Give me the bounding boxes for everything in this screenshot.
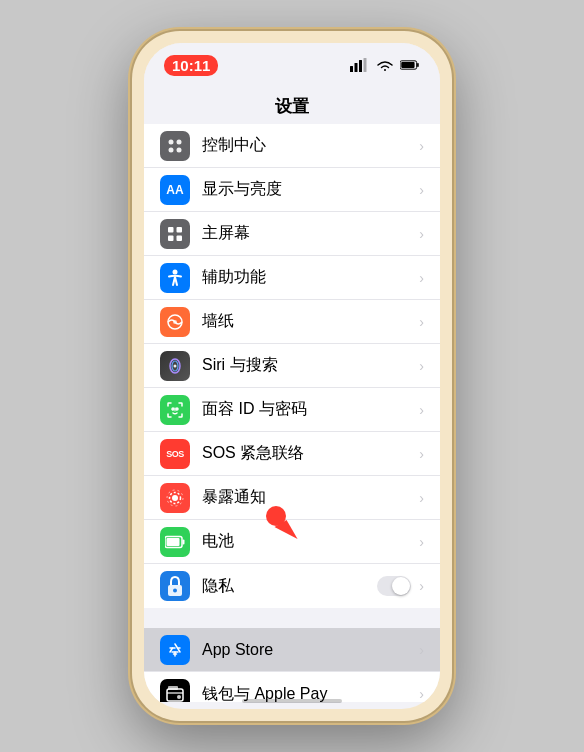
svg-point-10	[177, 147, 182, 152]
battery-icon-item	[160, 527, 190, 557]
privacy-toggle[interactable]	[377, 576, 411, 596]
battery-label: 电池	[202, 531, 419, 552]
wallet-icon	[160, 679, 190, 702]
sos-label: SOS 紧急联络	[202, 443, 419, 464]
svg-rect-12	[177, 227, 183, 233]
phone-frame: 10:11	[132, 31, 452, 721]
chevron-icon: ›	[419, 490, 424, 506]
sidebar-item-appstore[interactable]: App Store ›	[144, 628, 440, 672]
svg-rect-3	[364, 58, 367, 72]
settings-list[interactable]: 控制中心 › AA 显示与亮度 ›	[144, 124, 440, 702]
sidebar-item-display[interactable]: AA 显示与亮度 ›	[144, 168, 440, 212]
sidebar-item-privacy[interactable]: 隐私 ›	[144, 564, 440, 608]
chevron-icon: ›	[419, 534, 424, 550]
faceid-label: 面容 ID 与密码	[202, 399, 419, 420]
svg-point-33	[177, 695, 181, 699]
signal-icon	[350, 55, 370, 75]
sidebar-item-exposure[interactable]: 暴露通知 ›	[144, 476, 440, 520]
wallpaper-icon	[160, 307, 190, 337]
svg-rect-1	[355, 63, 358, 72]
sidebar-item-faceid[interactable]: 面容 ID 与密码 ›	[144, 388, 440, 432]
display-label: 显示与亮度	[202, 179, 419, 200]
sidebar-item-accessibility[interactable]: 辅助功能 ›	[144, 256, 440, 300]
sidebar-item-control-center[interactable]: 控制中心 ›	[144, 124, 440, 168]
svg-rect-31	[167, 689, 183, 701]
siri-icon	[160, 351, 190, 381]
chevron-icon: ›	[419, 402, 424, 418]
svg-point-21	[172, 408, 174, 410]
exposure-icon	[160, 483, 190, 513]
appstore-icon	[160, 635, 190, 665]
svg-point-9	[169, 147, 174, 152]
svg-point-7	[169, 139, 174, 144]
privacy-icon	[160, 571, 190, 601]
svg-point-30	[173, 589, 177, 593]
page-title: 设置	[144, 87, 440, 124]
svg-rect-5	[417, 63, 419, 67]
chevron-icon: ›	[419, 226, 424, 242]
svg-point-20	[174, 364, 177, 367]
toggle-thumb	[392, 577, 410, 595]
chevron-icon: ›	[419, 138, 424, 154]
svg-rect-28	[167, 538, 180, 546]
svg-point-15	[173, 269, 178, 274]
wifi-icon	[375, 55, 395, 75]
svg-point-23	[172, 495, 178, 501]
chevron-icon: ›	[419, 578, 424, 594]
svg-rect-6	[401, 62, 414, 68]
phone-screen: 10:11	[144, 43, 440, 709]
home-screen-label: 主屏幕	[202, 223, 419, 244]
display-icon: AA	[160, 175, 190, 205]
chevron-icon: ›	[419, 642, 424, 658]
chevron-icon: ›	[419, 358, 424, 374]
status-time: 10:11	[164, 55, 218, 76]
status-icons	[350, 55, 420, 75]
status-bar: 10:11	[144, 43, 440, 87]
sidebar-item-home[interactable]: 主屏幕 ›	[144, 212, 440, 256]
svg-rect-14	[177, 235, 183, 241]
control-center-icon	[160, 131, 190, 161]
svg-rect-2	[359, 60, 362, 72]
faceid-icon	[160, 395, 190, 425]
wallpaper-label: 墙纸	[202, 311, 419, 332]
svg-rect-32	[168, 686, 178, 690]
svg-point-8	[177, 139, 182, 144]
svg-rect-27	[183, 539, 185, 544]
sidebar-item-battery[interactable]: 电池 ›	[144, 520, 440, 564]
settings-group-1: 控制中心 › AA 显示与亮度 ›	[144, 124, 440, 608]
svg-rect-11	[168, 227, 174, 233]
sos-icon: SOS	[160, 439, 190, 469]
sidebar-item-siri[interactable]: Siri 与搜索 ›	[144, 344, 440, 388]
group-divider-1	[144, 610, 440, 628]
svg-point-22	[176, 408, 178, 410]
svg-rect-13	[168, 235, 174, 241]
privacy-label: 隐私	[202, 576, 377, 597]
accessibility-label: 辅助功能	[202, 267, 419, 288]
exposure-label: 暴露通知	[202, 487, 419, 508]
chevron-icon: ›	[419, 314, 424, 330]
battery-icon	[400, 55, 420, 75]
svg-point-17	[173, 320, 177, 324]
chevron-icon: ›	[419, 182, 424, 198]
home-screen-icon	[160, 219, 190, 249]
sidebar-item-wallet[interactable]: 钱包与 Apple Pay ›	[144, 672, 440, 702]
siri-label: Siri 与搜索	[202, 355, 419, 376]
sidebar-item-sos[interactable]: SOS SOS 紧急联络 ›	[144, 432, 440, 476]
settings-group-2: App Store › 钱包与 Apple Pay ›	[144, 628, 440, 702]
home-indicator	[242, 699, 342, 703]
appstore-label: App Store	[202, 641, 419, 659]
accessibility-icon	[160, 263, 190, 293]
chevron-icon: ›	[419, 270, 424, 286]
chevron-icon: ›	[419, 686, 424, 702]
sidebar-item-wallpaper[interactable]: 墙纸 ›	[144, 300, 440, 344]
control-center-label: 控制中心	[202, 135, 419, 156]
chevron-icon: ›	[419, 446, 424, 462]
svg-rect-0	[350, 66, 353, 72]
